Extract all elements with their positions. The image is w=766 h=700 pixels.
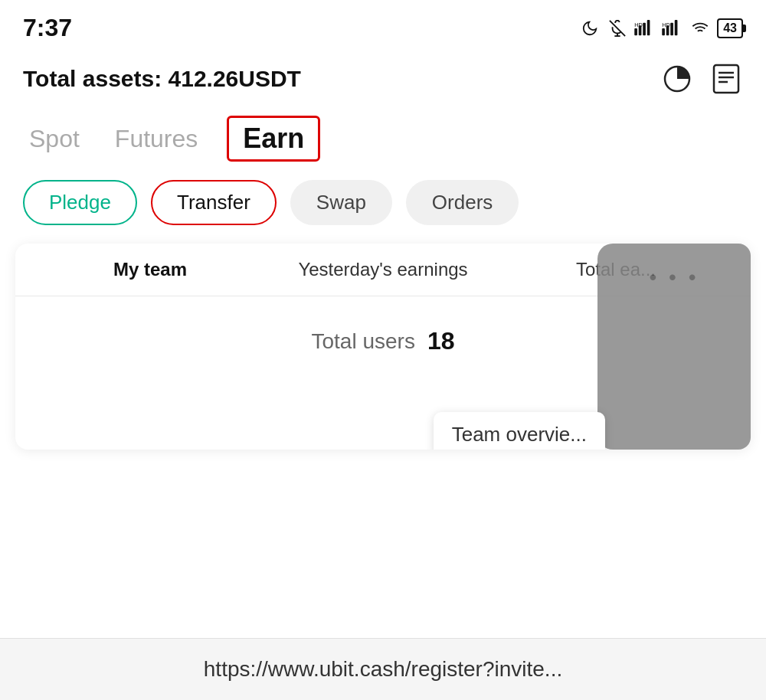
status-bar: 7:37 HD HD bbox=[0, 0, 766, 50]
total-assets-label: Total assets: 412.26USDT bbox=[23, 66, 301, 92]
main-tabs: Spot Futures Earn bbox=[0, 108, 766, 169]
total-users-label: Total users bbox=[312, 329, 415, 354]
mute-icon bbox=[607, 20, 628, 37]
svg-rect-11 bbox=[670, 22, 673, 34]
svg-rect-7 bbox=[647, 20, 650, 35]
status-time: 7:37 bbox=[23, 14, 72, 42]
tab-earn[interactable]: Earn bbox=[227, 116, 320, 162]
floating-panel: • • • bbox=[597, 244, 751, 450]
wifi-icon bbox=[689, 20, 711, 37]
header-icons bbox=[660, 62, 743, 96]
content-card: My team Yesterday's earnings Total ea...… bbox=[15, 244, 751, 450]
header: Total assets: 412.26USDT bbox=[0, 50, 766, 108]
subtab-transfer[interactable]: Transfer bbox=[151, 180, 277, 225]
bookmark-button[interactable] bbox=[709, 62, 743, 96]
svg-rect-6 bbox=[643, 22, 646, 34]
svg-rect-4 bbox=[634, 28, 637, 35]
signal2-icon: HD bbox=[662, 20, 683, 37]
invite-url: https://www.ubit.cash/register?invite... bbox=[204, 657, 562, 681]
svg-rect-12 bbox=[675, 20, 678, 35]
signal1-icon: HD bbox=[634, 20, 656, 37]
tab-spot[interactable]: Spot bbox=[23, 122, 86, 156]
subtab-swap[interactable]: Swap bbox=[290, 180, 392, 225]
status-icons: HD HD 43 bbox=[579, 18, 743, 38]
svg-rect-9 bbox=[662, 28, 665, 35]
subtab-orders[interactable]: Orders bbox=[406, 180, 519, 225]
svg-rect-10 bbox=[666, 25, 669, 35]
tab-futures[interactable]: Futures bbox=[109, 122, 204, 156]
pie-chart-icon bbox=[660, 62, 694, 96]
team-overview-tooltip[interactable]: Team overvie... bbox=[434, 412, 605, 450]
pie-chart-button[interactable] bbox=[660, 62, 694, 96]
sub-tabs: Pledge Transfer Swap Orders bbox=[0, 169, 766, 236]
url-bar[interactable]: https://www.ubit.cash/register?invite... bbox=[0, 638, 766, 700]
svg-rect-15 bbox=[714, 65, 738, 93]
bookmark-icon bbox=[711, 62, 741, 96]
moon-icon bbox=[579, 20, 601, 37]
floating-dots: • • • bbox=[650, 259, 699, 296]
svg-rect-5 bbox=[639, 25, 642, 35]
col-yesterdays-earnings: Yesterday's earnings bbox=[267, 259, 499, 280]
subtab-pledge[interactable]: Pledge bbox=[23, 180, 137, 225]
battery-indicator: 43 bbox=[717, 18, 743, 38]
col-my-team: My team bbox=[34, 259, 267, 280]
total-users-value: 18 bbox=[427, 327, 455, 355]
